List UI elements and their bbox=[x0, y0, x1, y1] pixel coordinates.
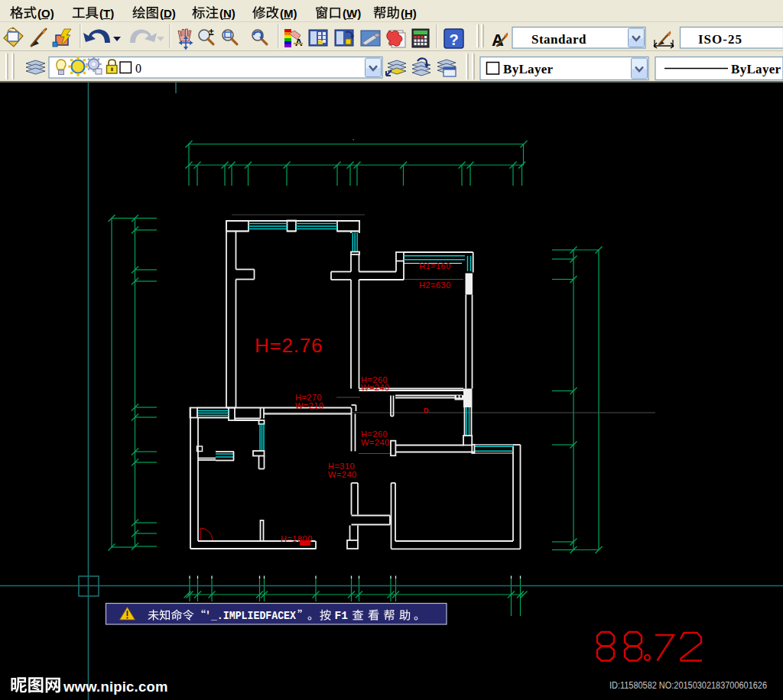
svg-text:(H): (H) bbox=[401, 7, 417, 20]
svg-text:www.nipic.com: www.nipic.com bbox=[63, 679, 168, 695]
svg-text:W=240: W=240 bbox=[328, 470, 357, 479]
svg-text:W=240: W=240 bbox=[361, 383, 390, 392]
svg-text:ISO-25: ISO-25 bbox=[698, 32, 742, 47]
svg-text:0: 0 bbox=[135, 62, 141, 75]
svg-text:ByLayer: ByLayer bbox=[731, 62, 781, 76]
svg-text:F1: F1 bbox=[335, 610, 349, 622]
svg-text:(D): (D) bbox=[160, 7, 176, 20]
svg-text:H2=630: H2=630 bbox=[419, 280, 451, 290]
svg-text:Standard: Standard bbox=[531, 32, 586, 47]
svg-text:ByLayer: ByLayer bbox=[503, 62, 554, 76]
svg-text:(O): (O) bbox=[37, 7, 54, 20]
svg-text:D: D bbox=[424, 407, 429, 414]
svg-text:H1=160: H1=160 bbox=[419, 261, 451, 271]
svg-text:(M): (M) bbox=[280, 7, 297, 20]
svg-text:W=210: W=210 bbox=[295, 401, 324, 410]
svg-text:ID:11580582 NO:201503021837006: ID:11580582 NO:20150302183700601626 bbox=[609, 679, 767, 691]
svg-text:(N): (N) bbox=[219, 7, 236, 20]
svg-text:(T): (T) bbox=[99, 7, 114, 20]
svg-text:?: ? bbox=[449, 31, 458, 48]
svg-text:H=260: H=260 bbox=[361, 429, 388, 439]
svg-text:'_.IMPLIEDFACEX: '_.IMPLIEDFACEX bbox=[205, 610, 296, 622]
svg-text:H=2.76: H=2.76 bbox=[255, 334, 323, 357]
svg-text:(W): (W) bbox=[343, 7, 361, 20]
svg-text:±: ± bbox=[209, 27, 214, 37]
svg-text:A: A bbox=[295, 37, 303, 48]
svg-text:W=240: W=240 bbox=[361, 438, 390, 447]
